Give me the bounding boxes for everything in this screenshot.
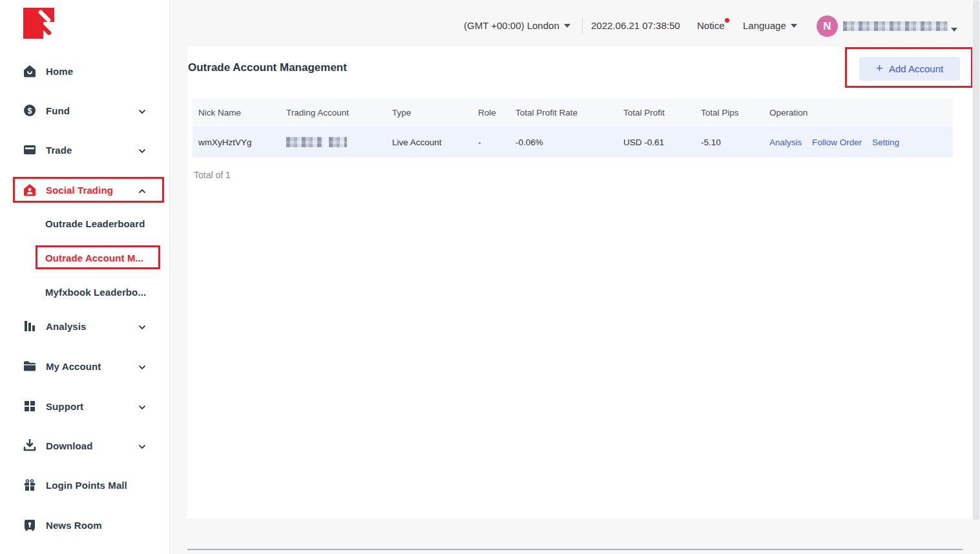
column-header-nick-name: Nick Name <box>193 98 280 127</box>
avatar[interactable]: N <box>817 15 838 37</box>
column-header-total-profit-rate: Total Profit Rate <box>510 98 618 127</box>
column-header-trading-account: Trading Account <box>280 98 386 127</box>
cell-type: Live Account <box>386 127 472 158</box>
sidebar-item-my-account[interactable]: My Account <box>0 353 170 379</box>
avatar-letter: N <box>823 20 831 33</box>
sidebar: Home $ Fund Trade Social Trading Outrade… <box>0 0 170 554</box>
timezone-selector[interactable]: (GMT +00:00) London <box>464 20 570 31</box>
support-icon <box>23 400 36 413</box>
page-title: Outrade Account Management <box>188 61 347 74</box>
sidebar-item-trade[interactable]: Trade <box>0 137 170 163</box>
trade-icon <box>23 143 36 156</box>
column-header-operation: Operation <box>764 98 953 127</box>
sidebar-item-download[interactable]: Download <box>0 433 170 458</box>
sidebar-item-label: My Account <box>46 361 101 372</box>
sidebar-item-label: Fund <box>46 105 70 116</box>
my-account-icon <box>23 360 36 373</box>
total-count-label: Total of 1 <box>194 170 231 180</box>
sidebar-item-analysis[interactable]: Analysis <box>0 313 170 339</box>
cell-nick-name: wmXyHztVYg <box>193 127 280 158</box>
sidebar-item-social-trading[interactable]: Social Trading <box>0 177 170 203</box>
caret-down-icon <box>791 24 797 28</box>
user-menu-caret-icon[interactable] <box>951 24 957 36</box>
gift-icon <box>23 478 36 491</box>
table-header-row: Nick Name Trading Account Type Role Tota… <box>193 98 953 127</box>
sidebar-item-label: Home <box>46 66 73 77</box>
notice-badge-dot <box>725 18 729 23</box>
follow-order-link[interactable]: Follow Order <box>812 138 862 147</box>
add-account-label: Add Account <box>889 63 943 74</box>
setting-link[interactable]: Setting <box>872 138 899 147</box>
chevron-down-icon <box>138 322 146 330</box>
home-icon <box>23 65 36 77</box>
sidebar-item-label: Support <box>46 401 83 412</box>
language-selector[interactable]: Language <box>743 20 797 31</box>
sidebar-item-label: Outrade Account M... <box>45 252 143 263</box>
caret-down-icon <box>564 24 570 28</box>
sidebar-item-label: Analysis <box>46 321 87 332</box>
cell-total-profit-rate: -0.06% <box>510 127 618 158</box>
cell-total-profit: USD -0.61 <box>618 127 695 158</box>
chevron-down-icon <box>138 442 146 449</box>
cell-role: - <box>472 127 510 158</box>
column-header-type: Type <box>386 98 472 127</box>
notice-link[interactable]: Notice <box>697 20 725 31</box>
chevron-up-icon <box>138 186 146 194</box>
sidebar-item-fund[interactable]: $ Fund <box>0 97 170 123</box>
footer-divider <box>187 549 963 550</box>
download-icon <box>23 439 36 452</box>
sidebar-item-support[interactable]: Support <box>0 393 170 419</box>
plus-icon: + <box>876 62 883 74</box>
add-account-button[interactable]: + Add Account <box>859 57 960 81</box>
accounts-table: Nick Name Trading Account Type Role Tota… <box>193 98 953 158</box>
analysis-link[interactable]: Analysis <box>769 138 802 147</box>
datetime-label: 2022.06.21 07:38:50 <box>591 20 680 31</box>
trading-account-blurred <box>286 137 322 147</box>
sidebar-item-news-room[interactable]: News Room <box>0 512 170 538</box>
sidebar-item-myfxbook-leaderboard[interactable]: Myfxbook Leaderbo... <box>0 279 170 305</box>
sidebar-item-home[interactable]: Home <box>0 58 170 84</box>
sidebar-item-outrade-account-management[interactable]: Outrade Account M... <box>0 245 170 271</box>
column-header-total-profit: Total Profit <box>618 98 695 127</box>
chevron-down-icon <box>138 107 146 114</box>
sidebar-item-label: Myfxbook Leaderbo... <box>45 287 146 298</box>
svg-text:$: $ <box>28 107 32 116</box>
chevron-down-icon <box>138 146 146 154</box>
cell-trading-account <box>280 127 386 158</box>
sidebar-item-label: Trade <box>46 145 72 156</box>
sidebar-item-outrade-leaderboard[interactable]: Outrade Leaderboard <box>0 210 170 236</box>
cell-total-pips: -5.10 <box>695 127 764 158</box>
chevron-down-icon <box>138 362 146 370</box>
language-label: Language <box>743 20 786 31</box>
timezone-label: (GMT +00:00) London <box>464 20 559 31</box>
column-header-total-pips: Total Pips <box>695 98 764 127</box>
sidebar-item-label: Outrade Leaderboard <box>45 218 145 229</box>
sidebar-item-label: Download <box>46 440 92 451</box>
news-room-icon <box>23 518 36 531</box>
sidebar-item-label: Social Trading <box>46 185 113 196</box>
sidebar-item-label: News Room <box>46 520 102 531</box>
sidebar-item-login-points-mall[interactable]: Login Points Mall <box>0 472 170 498</box>
column-header-role: Role <box>472 98 510 127</box>
brand-logo-icon[interactable] <box>23 8 54 39</box>
analysis-icon <box>23 320 36 333</box>
trading-account-blurred <box>329 137 347 147</box>
chevron-down-icon <box>138 402 146 410</box>
cell-operation: Analysis Follow Order Setting <box>764 127 953 158</box>
table-row: wmXyHztVYg Live Account - -0.06% USD -0.… <box>193 127 953 158</box>
scrollbar[interactable] <box>972 0 980 554</box>
username-blurred[interactable] <box>843 21 948 31</box>
fund-icon: $ <box>23 104 36 117</box>
scrollbar-thumb[interactable] <box>973 0 979 520</box>
topbar-divider <box>582 18 583 34</box>
social-trading-icon <box>23 183 36 196</box>
sidebar-item-label: Login Points Mall <box>46 480 127 491</box>
